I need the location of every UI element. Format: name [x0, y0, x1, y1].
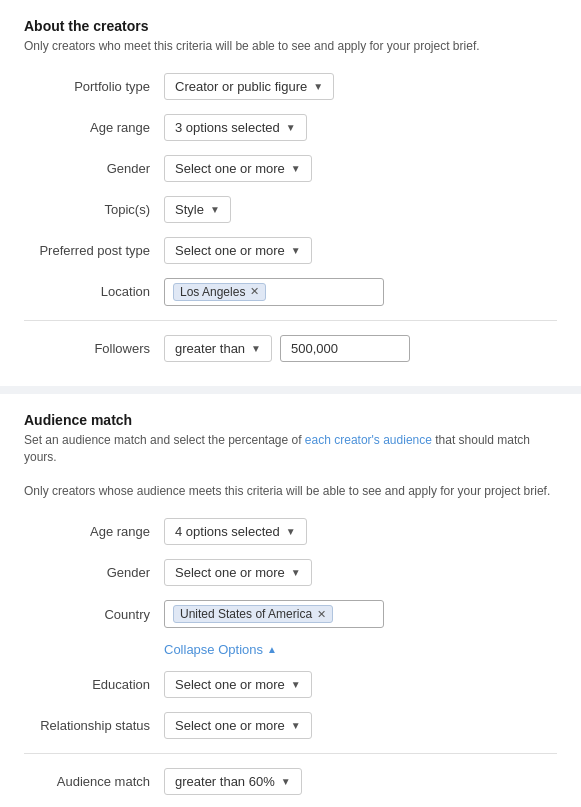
location-tag: Los Angeles ✕ [173, 283, 266, 301]
country-row: Country United States of America ✕ [24, 600, 557, 628]
location-input-box[interactable]: Los Angeles ✕ [164, 278, 384, 306]
education-label: Education [24, 677, 164, 692]
followers-label: Followers [24, 341, 164, 356]
audience-gender-row: Gender Select one or more ▼ [24, 559, 557, 586]
audience-age-range-label: Age range [24, 524, 164, 539]
audience-divider [24, 753, 557, 754]
gender-label: Gender [24, 161, 164, 176]
followers-row: Followers greater than ▼ [24, 335, 557, 362]
audience-age-range-row: Age range 4 options selected ▼ [24, 518, 557, 545]
topics-dropdown[interactable]: Style ▼ [164, 196, 231, 223]
topics-label: Topic(s) [24, 202, 164, 217]
age-range-dropdown[interactable]: 3 options selected ▼ [164, 114, 307, 141]
audience-gender-dropdown[interactable]: Select one or more ▼ [164, 559, 312, 586]
portfolio-type-dropdown[interactable]: Creator or public figure ▼ [164, 73, 334, 100]
audience-gender-label: Gender [24, 565, 164, 580]
education-row: Education Select one or more ▼ [24, 671, 557, 698]
chevron-down-icon: ▼ [313, 81, 323, 92]
relationship-status-row: Relationship status Select one or more ▼ [24, 712, 557, 739]
chevron-down-icon: ▼ [281, 776, 291, 787]
chevron-up-icon: ▲ [267, 644, 277, 655]
followers-controls: greater than ▼ [164, 335, 410, 362]
creators-section: About the creators Only creators who mee… [0, 0, 581, 386]
chevron-down-icon: ▼ [291, 567, 301, 578]
age-range-row: Age range 3 options selected ▼ [24, 114, 557, 141]
country-label: Country [24, 607, 164, 622]
preferred-post-type-label: Preferred post type [24, 243, 164, 258]
remove-location-tag[interactable]: ✕ [250, 286, 259, 297]
chevron-down-icon: ▼ [286, 122, 296, 133]
chevron-down-icon: ▼ [291, 245, 301, 256]
chevron-down-icon: ▼ [286, 526, 296, 537]
gender-row: Gender Select one or more ▼ [24, 155, 557, 182]
remove-country-tag[interactable]: ✕ [317, 609, 326, 620]
collapse-options-link[interactable]: Collapse Options ▲ [164, 642, 277, 657]
location-label: Location [24, 284, 164, 299]
preferred-post-type-dropdown[interactable]: Select one or more ▼ [164, 237, 312, 264]
portfolio-type-label: Portfolio type [24, 79, 164, 94]
preferred-post-type-row: Preferred post type Select one or more ▼ [24, 237, 557, 264]
audience-section: Audience match Set an audience match and… [0, 394, 581, 807]
divider [24, 320, 557, 321]
followers-comparator-dropdown[interactable]: greater than ▼ [164, 335, 272, 362]
chevron-down-icon: ▼ [291, 679, 301, 690]
country-input-box[interactable]: United States of America ✕ [164, 600, 384, 628]
location-row: Location Los Angeles ✕ [24, 278, 557, 306]
audience-section-desc2: Only creators whose audience meets this … [24, 483, 557, 500]
country-tag: United States of America ✕ [173, 605, 333, 623]
gender-dropdown[interactable]: Select one or more ▼ [164, 155, 312, 182]
topics-row: Topic(s) Style ▼ [24, 196, 557, 223]
creators-section-desc: Only creators who meet this criteria wil… [24, 38, 557, 55]
audience-match-dropdown[interactable]: greater than 60% ▼ [164, 768, 302, 795]
age-range-label: Age range [24, 120, 164, 135]
chevron-down-icon: ▼ [210, 204, 220, 215]
audience-age-range-dropdown[interactable]: 4 options selected ▼ [164, 518, 307, 545]
chevron-down-icon: ▼ [291, 720, 301, 731]
portfolio-type-row: Portfolio type Creator or public figure … [24, 73, 557, 100]
audience-section-desc1: Set an audience match and select the per… [24, 432, 557, 466]
chevron-down-icon: ▼ [251, 343, 261, 354]
chevron-down-icon: ▼ [291, 163, 301, 174]
education-dropdown[interactable]: Select one or more ▼ [164, 671, 312, 698]
audience-match-row: Audience match greater than 60% ▼ [24, 768, 557, 795]
audience-match-label: Audience match [24, 774, 164, 789]
relationship-status-label: Relationship status [24, 718, 164, 733]
relationship-status-dropdown[interactable]: Select one or more ▼ [164, 712, 312, 739]
followers-value-input[interactable] [280, 335, 410, 362]
audience-section-title: Audience match [24, 412, 557, 428]
creators-section-title: About the creators [24, 18, 557, 34]
